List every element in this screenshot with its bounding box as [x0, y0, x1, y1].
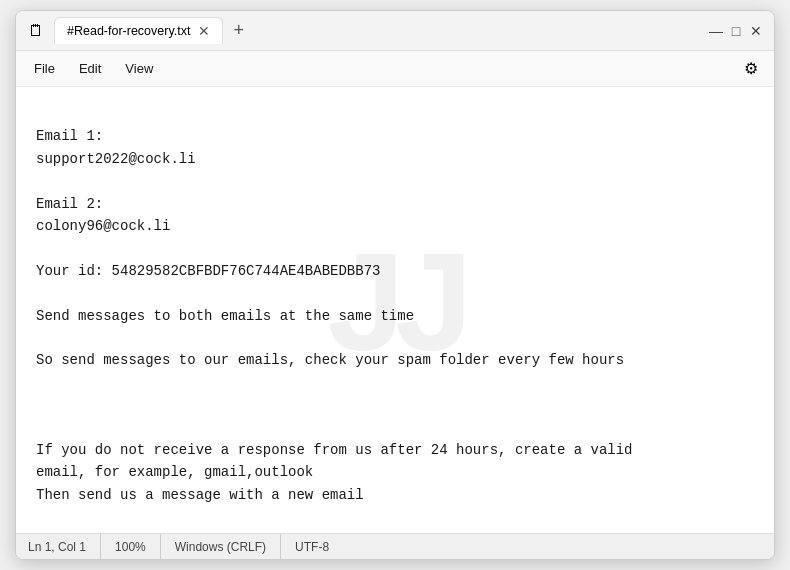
new-tab-button[interactable]: +: [225, 16, 252, 45]
status-bar: Ln 1, Col 1 100% Windows (CRLF) UTF-8: [16, 533, 774, 559]
tab-area: 🗒 #Read-for-recovery.txt ✕ +: [28, 16, 710, 45]
notepad-window: 🗒 #Read-for-recovery.txt ✕ + — □ ✕ File …: [15, 10, 775, 560]
text-editor-area[interactable]: JJ Email 1: support2022@cock.li Email 2:…: [16, 87, 774, 533]
encoding: UTF-8: [281, 534, 343, 559]
line-ending: Windows (CRLF): [161, 534, 281, 559]
active-tab[interactable]: #Read-for-recovery.txt ✕: [54, 17, 223, 44]
title-bar: 🗒 #Read-for-recovery.txt ✕ + — □ ✕: [16, 11, 774, 51]
minimize-button[interactable]: —: [710, 25, 722, 37]
maximize-button[interactable]: □: [730, 25, 742, 37]
menu-edit[interactable]: Edit: [69, 57, 111, 80]
close-button[interactable]: ✕: [750, 25, 762, 37]
settings-icon[interactable]: ⚙: [736, 55, 766, 82]
menu-file[interactable]: File: [24, 57, 65, 80]
window-controls: — □ ✕: [710, 25, 762, 37]
tab-close-button[interactable]: ✕: [198, 24, 210, 38]
tab-label: #Read-for-recovery.txt: [67, 24, 190, 38]
menu-bar: File Edit View ⚙: [16, 51, 774, 87]
cursor-position: Ln 1, Col 1: [28, 534, 101, 559]
zoom-level: 100%: [101, 534, 161, 559]
app-icon: 🗒: [28, 22, 46, 40]
text-content: Email 1: support2022@cock.li Email 2: co…: [36, 103, 754, 506]
menu-view[interactable]: View: [115, 57, 163, 80]
